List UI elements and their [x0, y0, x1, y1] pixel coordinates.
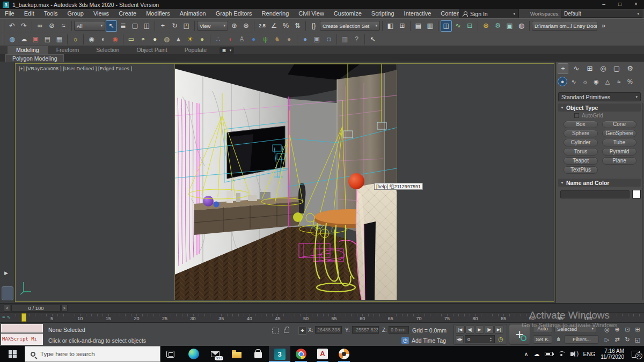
selection-lock-icon[interactable] [284, 329, 289, 333]
menu-civil-view[interactable]: Civil View [294, 9, 328, 18]
search-box[interactable]: Type here to search [25, 346, 160, 362]
project-folder-dropdown[interactable]: D:\mariam om...l Entry Door▾ [532, 21, 597, 31]
menu-edit[interactable]: Edit [19, 9, 39, 18]
systems-subtab[interactable]: % [625, 77, 635, 86]
ribbon-toggle-icon[interactable]: ◫ [441, 20, 452, 32]
name-color-rollout[interactable]: ▼ Name and Color [558, 179, 641, 187]
align-icon[interactable]: ⊞ [397, 20, 408, 32]
select-and-scale-icon[interactable]: ◰ [181, 20, 192, 32]
books-icon[interactable]: ▥ [339, 34, 350, 45]
teapot-primitive-icon[interactable]: ◍ [161, 34, 172, 45]
ribbon-tab-populate[interactable]: Populate [176, 46, 215, 54]
select-and-manipulate-icon[interactable]: ⊛ [240, 20, 252, 32]
help-icon[interactable]: ? [351, 34, 362, 45]
frame-spinner[interactable]: ▲▼ [489, 337, 492, 342]
toolbar-grip[interactable] [3, 34, 4, 46]
rain-icon[interactable]: ∴ [213, 34, 224, 45]
language-indicator[interactable]: ENG [583, 351, 595, 357]
camera-icon[interactable]: ◉ [86, 34, 97, 45]
timeline-ruler[interactable]: ≡∿ 0510152025303540455055606570758085909… [0, 312, 644, 322]
taskbar-app-file-explorer[interactable] [226, 346, 247, 362]
ribbon-tab-freeform[interactable]: Freeform [48, 46, 88, 54]
primitive-button-pyramid[interactable]: Pyramid [602, 148, 636, 156]
hidden-icons-icon[interactable]: ∧ [524, 351, 528, 357]
time-back-button[interactable]: < [4, 305, 10, 312]
z-coordinate-field[interactable]: 0.0mm [389, 326, 409, 334]
rectangular-selection-region-icon[interactable]: ▢ [129, 20, 141, 32]
horse-icon[interactable]: ♞ [272, 34, 283, 45]
task-view-button[interactable] [160, 346, 180, 362]
ribbon-display-toggle[interactable]: ▣ ▾ [219, 47, 234, 54]
named-selection-set-dropdown[interactable]: Create Selection Set▾ [320, 21, 380, 31]
edit-named-selection-sets-icon[interactable]: {} [308, 20, 319, 32]
maximize-button[interactable]: □ [612, 0, 628, 9]
primitive-button-plane[interactable]: Plane [602, 157, 636, 165]
ribbon-tab-modeling[interactable]: Modeling [8, 46, 48, 54]
set-keys-button[interactable]: + [509, 324, 530, 345]
toolbar-grip[interactable] [3, 20, 4, 32]
primitive-button-tube[interactable]: Tube [602, 139, 636, 146]
selected-dropdown[interactable]: Selected ▾ [554, 324, 596, 333]
menu-scripting[interactable]: Scripting [367, 9, 399, 18]
taskbar-app-3ds-max[interactable]: 3 [269, 346, 290, 362]
primitive-button-torus[interactable]: Torus [564, 148, 598, 156]
grass-icon[interactable]: ψ [260, 34, 271, 45]
time-configuration-button[interactable]: ◷ [496, 335, 505, 343]
fov-icon[interactable]: ▷ [602, 335, 612, 344]
utilities-tab[interactable]: ⚙ [625, 63, 635, 74]
ribbon-tab-object-paint[interactable]: Object Paint [128, 46, 175, 54]
redo-icon[interactable]: ↷ [18, 20, 30, 32]
collapsed-panel[interactable] [2, 286, 13, 300]
ribbon-tab-selection[interactable]: Selection [87, 46, 128, 54]
menu-interactive[interactable]: Interactive [399, 9, 436, 18]
pan-icon[interactable]: ⇄ [612, 335, 622, 344]
workspaces-dropdown[interactable]: Default ▾ [561, 10, 642, 18]
time-forward-button[interactable]: > [61, 305, 68, 312]
earth-icon[interactable]: ● [248, 34, 259, 45]
auto-key-button[interactable]: Auto [533, 324, 552, 333]
angle-snap-icon[interactable]: ∠ [268, 20, 280, 32]
vray-material-icon[interactable]: ▣ [311, 34, 323, 45]
menu-group[interactable]: Group [62, 9, 89, 18]
vray-render-icon[interactable]: ◍ [6, 34, 18, 45]
volume-icon[interactable] [570, 352, 573, 356]
chair-side-gap[interactable] [364, 221, 376, 300]
battery-icon[interactable] [545, 352, 553, 356]
render-production-icon[interactable]: ◍ [516, 20, 527, 32]
menu-rendering[interactable]: Rendering [257, 9, 294, 18]
schematic-view-icon[interactable]: ⊟ [464, 20, 475, 32]
create-tab[interactable]: + [558, 63, 568, 74]
light-lister-icon[interactable]: ▤ [42, 34, 53, 45]
next-frame-button[interactable]: |▶ [485, 326, 494, 334]
plane-primitive-icon[interactable]: ▭ [126, 34, 137, 45]
undo-icon[interactable]: ↶ [6, 20, 18, 32]
play-button[interactable]: ▶ [475, 326, 484, 334]
add-time-tag-label[interactable]: Add Time Tag [412, 337, 446, 344]
use-pivot-point-center-icon[interactable]: ⊕ [229, 20, 240, 32]
primitive-button-box[interactable]: Box [564, 121, 598, 128]
material-editor-icon[interactable]: ⊛ [480, 20, 492, 32]
render-setup-icon[interactable]: ⚙ [492, 20, 503, 32]
menu-views[interactable]: Views [89, 9, 114, 18]
object-type-rollout[interactable]: ▼ Object Type [558, 104, 641, 112]
taskbar-app-chrome[interactable] [290, 346, 312, 362]
selection-filter-dropdown[interactable]: All▾ [74, 21, 105, 31]
zoom-extents-all-icon[interactable]: ⊞ [633, 324, 642, 334]
current-frame-field[interactable]: 0 ▲▼ [465, 335, 495, 343]
menu-file[interactable]: File [0, 9, 19, 18]
camera-view-frame[interactable] [174, 64, 397, 300]
start-button[interactable] [0, 346, 25, 362]
shapes-subtab[interactable]: ∿ [569, 77, 579, 86]
menu-modifiers[interactable]: Modifiers [141, 9, 175, 18]
expand-arrow-icon[interactable]: ▶ [4, 270, 8, 276]
reference-coordinate-dropdown[interactable]: View▾ [197, 21, 228, 31]
rendered-frame-window-icon[interactable]: ▣ [504, 20, 515, 32]
sign-in-button[interactable]: Sign In ▾ [459, 9, 519, 18]
biped-icon[interactable]: ♙ [236, 34, 247, 45]
dome-primitive-icon[interactable]: ◓ [137, 34, 149, 45]
polygon-modeling-tab[interactable]: Polygon Modeling [5, 54, 64, 62]
armchair[interactable] [356, 184, 397, 300]
cone-primitive-icon[interactable]: ▲ [173, 34, 184, 45]
light-icon[interactable]: ☼ [70, 34, 81, 45]
time-slider-marker[interactable] [21, 313, 26, 322]
